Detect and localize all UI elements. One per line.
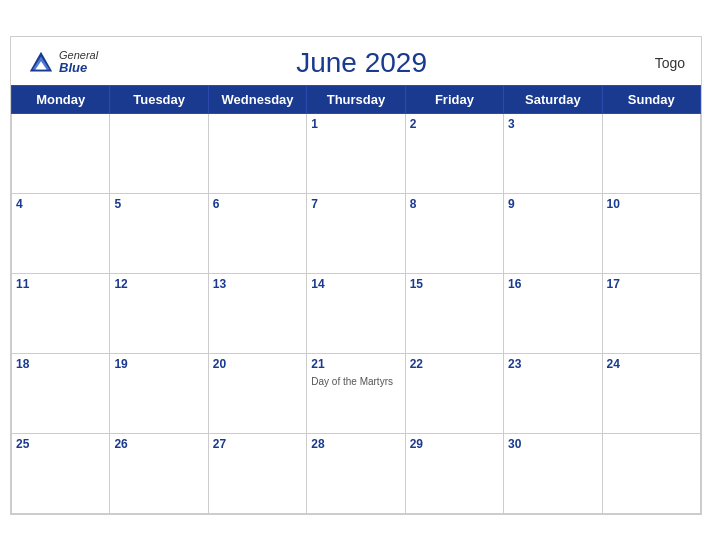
day-number: 29 — [410, 437, 499, 451]
calendar-cell: 3 — [504, 113, 602, 193]
day-number: 8 — [410, 197, 499, 211]
calendar-cell: 19 — [110, 353, 208, 433]
day-number: 17 — [607, 277, 696, 291]
day-number: 19 — [114, 357, 203, 371]
calendar-cell: 25 — [12, 433, 110, 513]
day-number: 4 — [16, 197, 105, 211]
calendar-cell: 6 — [208, 193, 306, 273]
calendar-cell: 13 — [208, 273, 306, 353]
calendar-cell: 14 — [307, 273, 405, 353]
day-number: 11 — [16, 277, 105, 291]
calendar-cell: 12 — [110, 273, 208, 353]
calendar-week-row: 18192021Day of the Martyrs222324 — [12, 353, 701, 433]
day-number: 18 — [16, 357, 105, 371]
day-number: 10 — [607, 197, 696, 211]
calendar-week-row: 11121314151617 — [12, 273, 701, 353]
day-number: 13 — [213, 277, 302, 291]
day-number: 26 — [114, 437, 203, 451]
calendar-cell — [110, 113, 208, 193]
calendar-week-row: 252627282930 — [12, 433, 701, 513]
calendar-cell: 21Day of the Martyrs — [307, 353, 405, 433]
calendar-cell: 29 — [405, 433, 503, 513]
day-number: 24 — [607, 357, 696, 371]
calendar-cell: 27 — [208, 433, 306, 513]
calendar-cell: 2 — [405, 113, 503, 193]
day-number: 25 — [16, 437, 105, 451]
day-number: 12 — [114, 277, 203, 291]
calendar-cell: 15 — [405, 273, 503, 353]
calendar-cell: 11 — [12, 273, 110, 353]
day-number: 1 — [311, 117, 400, 131]
weekday-header-row: Monday Tuesday Wednesday Thursday Friday… — [12, 85, 701, 113]
calendar-cell: 24 — [602, 353, 700, 433]
calendar-cell: 17 — [602, 273, 700, 353]
calendar-grid: Monday Tuesday Wednesday Thursday Friday… — [11, 85, 701, 514]
calendar-week-row: 45678910 — [12, 193, 701, 273]
header-monday: Monday — [12, 85, 110, 113]
day-number: 9 — [508, 197, 597, 211]
logo-text: General Blue — [59, 49, 98, 75]
calendar-cell: 26 — [110, 433, 208, 513]
calendar-header: General Blue June 2029 Togo — [11, 37, 701, 85]
calendar-cell: 5 — [110, 193, 208, 273]
day-number: 2 — [410, 117, 499, 131]
calendar-cell: 23 — [504, 353, 602, 433]
calendar-week-row: 123 — [12, 113, 701, 193]
calendar-cell: 10 — [602, 193, 700, 273]
calendar-cell: 4 — [12, 193, 110, 273]
calendar-title: June 2029 — [98, 47, 625, 79]
calendar-cell: 9 — [504, 193, 602, 273]
header-friday: Friday — [405, 85, 503, 113]
header-saturday: Saturday — [504, 85, 602, 113]
calendar-cell — [602, 433, 700, 513]
calendar-cell: 20 — [208, 353, 306, 433]
event-label: Day of the Martyrs — [311, 375, 400, 388]
calendar-cell: 1 — [307, 113, 405, 193]
calendar-cell: 30 — [504, 433, 602, 513]
day-number: 23 — [508, 357, 597, 371]
calendar-cell — [12, 113, 110, 193]
day-number: 16 — [508, 277, 597, 291]
header-thursday: Thursday — [307, 85, 405, 113]
day-number: 14 — [311, 277, 400, 291]
day-number: 30 — [508, 437, 597, 451]
day-number: 3 — [508, 117, 597, 131]
calendar-cell: 7 — [307, 193, 405, 273]
day-number: 7 — [311, 197, 400, 211]
calendar-cell: 16 — [504, 273, 602, 353]
day-number: 28 — [311, 437, 400, 451]
day-number: 22 — [410, 357, 499, 371]
day-number: 21 — [311, 357, 400, 371]
calendar-cell: 18 — [12, 353, 110, 433]
day-number: 6 — [213, 197, 302, 211]
day-number: 20 — [213, 357, 302, 371]
calendar-container: General Blue June 2029 Togo Monday Tuesd… — [10, 36, 702, 515]
header-sunday: Sunday — [602, 85, 700, 113]
day-number: 27 — [213, 437, 302, 451]
calendar-cell — [208, 113, 306, 193]
day-number: 15 — [410, 277, 499, 291]
logo-icon — [27, 49, 55, 77]
calendar-cell: 8 — [405, 193, 503, 273]
logo: General Blue — [27, 49, 98, 77]
calendar-cell: 22 — [405, 353, 503, 433]
header-tuesday: Tuesday — [110, 85, 208, 113]
logo-blue-text: Blue — [59, 61, 98, 75]
header-wednesday: Wednesday — [208, 85, 306, 113]
country-label: Togo — [625, 55, 685, 71]
calendar-cell — [602, 113, 700, 193]
day-number: 5 — [114, 197, 203, 211]
calendar-cell: 28 — [307, 433, 405, 513]
